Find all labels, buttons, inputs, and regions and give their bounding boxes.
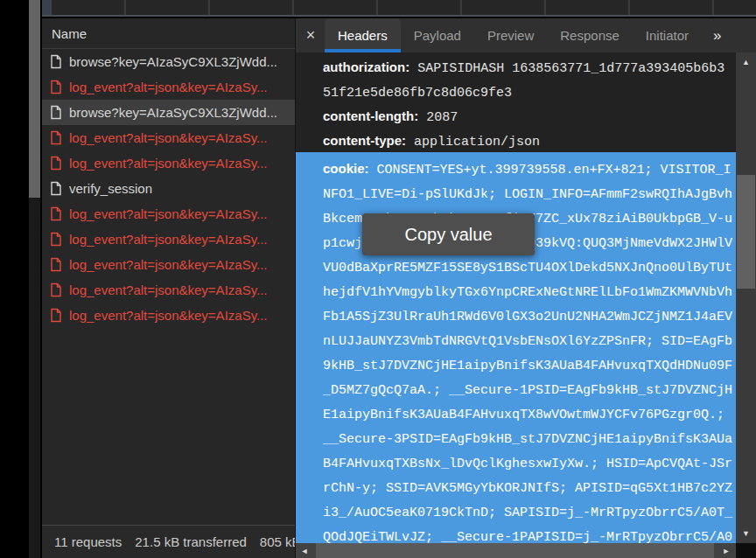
request-row[interactable]: log_event?alt=json&key=AIzaSy... (42, 125, 295, 150)
request-count: 11 requests (54, 534, 122, 549)
header-value: 2087 (426, 110, 458, 125)
cookie-line: B4FAHvuxqTXBsNx_lDvQclKghesxwIyXw.; HSID… (323, 450, 736, 475)
request-row[interactable]: browse?key=AIzaSyC9XL3ZjWdd... (42, 100, 295, 125)
request-row[interactable]: log_event?alt=json&key=AIzaSy... (42, 303, 295, 328)
cookie-line: NFO1_LIVE=Di-pSlUKdJk; LOGIN_INFO=AFmmF2… (323, 181, 736, 206)
header-value: i3_/AuOC5eaK0719CkTnD; SAPISID=j_-MrRTpy… (323, 506, 732, 520)
scroll-up-icon[interactable]: ▲ (736, 52, 756, 72)
header-value: _D5MZ7gQcQ7aA.; __Secure-1PSID=EAgFb9kHB… (323, 383, 732, 398)
close-icon[interactable]: × (304, 18, 318, 52)
header-value: Fb1A5SjZ3UlRraUh1RWd6V0lGX3o2UnU2NHA2WmJ… (323, 310, 732, 324)
cookie-line: 9kHB_stJ7DVZNCjHE1aipyBnifsK3AUaB4FAHvux… (323, 352, 736, 377)
request-name: log_event?alt=json&key=AIzaSy... (69, 257, 268, 272)
details-tab[interactable]: Initiator (633, 18, 702, 52)
horizontal-scrollbar[interactable]: ◄ ► (296, 543, 736, 558)
request-row[interactable]: verify_session (42, 176, 295, 201)
header-value: B4FAHvuxqTXBsNx_lDvQclKghesxwIyXw.; HSID… (323, 457, 732, 471)
cookie-line: _D5MZ7gQcQ7aA.; __Secure-1PSID=EAgFb9kHB… (323, 377, 736, 401)
request-name: log_event?alt=json&key=AIzaSy... (69, 282, 268, 297)
headers-content: authorization:SAPISIDHASH 1638563771_1d7… (296, 52, 736, 543)
transferred-size: 21.5 kB transferred (135, 534, 247, 549)
request-name: log_event?alt=json&key=AIzaSy... (69, 80, 268, 94)
file-icon (50, 80, 62, 94)
tab-label: Preview (487, 28, 534, 43)
more-tabs-chevron-icon[interactable]: » (713, 18, 721, 52)
request-row[interactable]: browse?key=AIzaSyC9XL3ZjWdd... (42, 49, 295, 74)
request-name: log_event?alt=json&key=AIzaSy... (69, 232, 268, 247)
name-column-header[interactable]: Name (42, 18, 295, 49)
request-row[interactable]: log_event?alt=json&key=AIzaSy... (42, 227, 295, 252)
file-icon (50, 130, 62, 145)
header-value: hejdfV1hYVmgyblkyTGx6YnpCRExNeGtNRElLbFo… (323, 285, 732, 300)
tab-label: Response (560, 28, 620, 43)
request-name: browse?key=AIzaSyC9XL3ZjWdd... (69, 54, 277, 69)
resources-size: 805 kB (260, 534, 295, 549)
header-value: application/json (414, 135, 540, 150)
request-row[interactable]: log_event?alt=json&key=AIzaSy... (42, 150, 295, 176)
network-summary-bar: 11 requests 21.5 kB transferred 805 kB (42, 525, 295, 558)
request-row[interactable]: log_event?alt=json&key=AIzaSy... (42, 277, 295, 303)
details-tab[interactable]: Response (547, 18, 633, 52)
scroll-down-icon[interactable]: ▼ (736, 524, 756, 543)
header-value: QOdJQEiTWLvJZ; __Secure-1PAPISID=j_-MrRT… (323, 530, 732, 543)
request-row[interactable]: log_event?alt=json&key=AIzaSy... (42, 252, 295, 277)
network-requests-panel: Name browse?key=AIzaSyC9XL3ZjWdd... (42, 18, 295, 558)
details-tab[interactable]: Preview (474, 18, 547, 52)
request-row[interactable]: log_event?alt=json&key=AIzaSy... (42, 74, 295, 100)
network-overview-timeline[interactable] (42, 0, 756, 17)
header-line: 51f21e5de86fb7c8d06c9fe3 (323, 80, 736, 104)
background-window-scrollbar (29, 0, 40, 558)
vertical-scrollbar-thumb[interactable] (737, 175, 755, 289)
tab-label: Headers (338, 28, 388, 43)
header-value: 9kHB_stJ7DVZNCjHE1aipyBnifsK3AUaB4FAHvux… (323, 359, 732, 373)
file-icon (50, 282, 62, 297)
file-icon (50, 232, 62, 247)
header-value: NFO1_LIVE=Di-pSlUKdJk; LOGIN_INFO=AFmmF2… (323, 187, 732, 202)
header-name: content-type: (323, 133, 406, 148)
scrollbar-corner (736, 543, 756, 558)
header-value: __Secure-3PSID=EAgFb9kHB_stJ7DVZNCjHE1ai… (323, 432, 732, 447)
request-name: log_event?alt=json&key=AIzaSy... (69, 156, 268, 171)
header-value: rChN-y; SSID=AVK5MGyYbKORJNIfS; APISID=q… (323, 481, 732, 496)
file-icon (50, 206, 62, 221)
request-list: browse?key=AIzaSyC9XL3ZjWdd... log_event… (42, 49, 295, 328)
cookie-line: __Secure-3PSID=EAgFb9kHB_stJ7DVZNCjHE1ai… (323, 426, 736, 450)
file-icon (50, 105, 62, 120)
request-name: log_event?alt=json&key=AIzaSy... (69, 206, 268, 221)
header-list: authorization:SAPISIDHASH 1638563771_1d7… (296, 52, 736, 153)
header-line: content-type:application/json (323, 129, 736, 153)
cookie-line: nLUJJaUNYZ3VmbTdNRGVtQ1VsbENsOXl6YzZPSnF… (323, 328, 736, 352)
header-value: 51f21e5de86fb7c8d06c9fe3 (323, 86, 512, 101)
file-icon (50, 257, 62, 272)
cookie-line: rChN-y; SSID=AVK5MGyYbKORJNIfS; APISID=q… (323, 475, 736, 499)
header-name: content-length: (323, 108, 418, 123)
header-line: authorization:SAPISIDHASH 1638563771_1d7… (323, 55, 736, 80)
cookie-line: i3_/AuOC5eaK0719CkTnD; SAPISID=j_-MrRTpy… (323, 499, 736, 524)
header-value: SAPISIDHASH 1638563771_1d777a393405b6b3 (417, 61, 724, 76)
request-name: verify_session (69, 181, 152, 196)
header-value: nLUJJaUNYZ3VmbTdNRGVtQ1VsbENsOXl6YzZPSnF… (323, 334, 732, 349)
copy-value-menu-item[interactable]: Copy value (362, 213, 535, 255)
request-row[interactable]: log_event?alt=json&key=AIzaSy... (42, 201, 295, 227)
cookie-line: Fb1A5SjZ3UlRraUh1RWd6V0lGX3o2UnU2NHA2WmJ… (323, 303, 736, 328)
tab-label: Payload (414, 28, 461, 43)
header-value: CONSENT=YES+yt.399739558.en+FX+821; VISI… (377, 163, 732, 178)
scroll-right-icon[interactable]: ► (717, 543, 736, 558)
cookie-line: VU0dBaXprRE5MZF15SE8yS1BScTU4OXlDekd5NXJ… (323, 255, 736, 279)
cookie-line: E1aipyBnifsK3AUaB4FAHvuxqTX8wVOwtmWJYCFv… (323, 401, 736, 426)
details-tab-bar: × Headers Payload Preview Response Initi… (296, 18, 756, 52)
cookie-line: cookie:CONSENT=YES+yt.399739558.en+FX+82… (323, 157, 736, 181)
header-name: authorization: (323, 59, 410, 74)
vertical-scrollbar[interactable]: ▲ ▼ (736, 52, 756, 543)
cookie-header-selected[interactable]: cookie:CONSENT=YES+yt.399739558.en+FX+82… (296, 152, 736, 543)
header-line: content-length:2087 (323, 104, 736, 129)
file-icon (50, 308, 62, 323)
details-tab[interactable]: Headers (325, 18, 401, 52)
horizontal-scrollbar-thumb[interactable] (316, 543, 714, 558)
file-icon (50, 54, 62, 69)
scroll-left-icon[interactable]: ◄ (296, 543, 313, 558)
details-tab[interactable]: Payload (401, 18, 474, 52)
background-scrollbar-thumb (29, 0, 40, 198)
request-details-panel: × Headers Payload Preview Response Initi… (295, 18, 756, 558)
cookie-line: QOdJQEiTWLvJZ; __Secure-1PAPISID=j_-MrRT… (323, 524, 736, 543)
